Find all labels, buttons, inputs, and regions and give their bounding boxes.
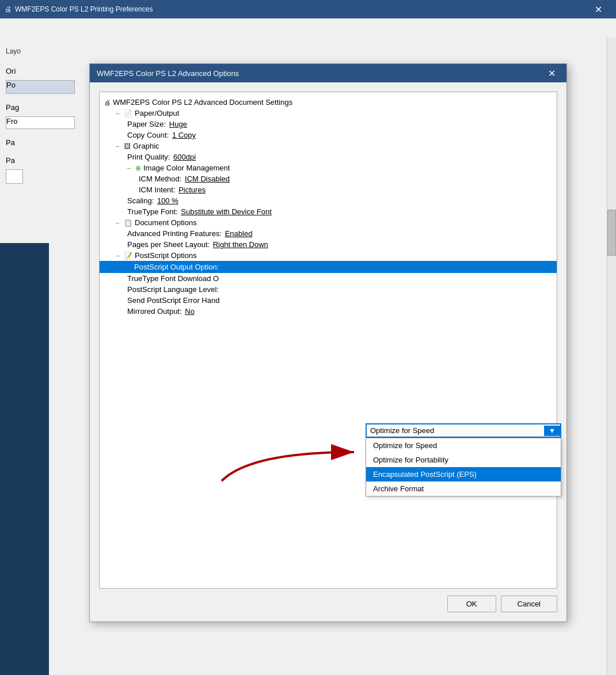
dialog-title-bar: WMF2EPS Color PS L2 Advanced Options ✕	[90, 64, 566, 82]
paper-icon: 📄	[124, 109, 132, 117]
ps-icon: 📝	[124, 252, 132, 260]
tree-root-label: WMF2EPS Color PS L2 Advanced Document Se…	[113, 98, 292, 107]
bg-scrollbar-thumb[interactable]	[607, 210, 616, 256]
printer-tree-icon: 🖨	[104, 99, 111, 106]
dropdown-option-optimize-speed[interactable]: Optimize for Speed	[366, 438, 561, 453]
bg-fro-input[interactable]: Fro	[6, 116, 75, 129]
bg-dark-panel	[0, 243, 49, 675]
settings-tree[interactable]: 🖨 WMF2EPS Color PS L2 Advanced Document …	[99, 92, 557, 589]
icm-label: Image Color Management	[143, 164, 230, 172]
dropdown-option-archive[interactable]: Archive Format	[366, 481, 561, 496]
dropdown-arrow-icon[interactable]: ▼	[544, 426, 560, 436]
collapse-icon-ps: ─	[116, 253, 121, 259]
dropdown-list: Optimize for Speed Optimize for Portabil…	[366, 438, 561, 496]
graphic-label: Graphic	[133, 142, 159, 150]
bg-title-bar: 🖨 WMF2EPS Color PS L2 Printing Preferenc…	[0, 0, 616, 18]
tree-ps-lang-level: PostScript Language Level:	[104, 284, 552, 295]
bg-checkbox[interactable]	[6, 169, 23, 184]
tree-ps-output-option[interactable]: PostScript Output Option:	[100, 261, 557, 273]
collapse-icon-graphic: ─	[116, 143, 121, 149]
doc-icon: 📋	[124, 219, 132, 227]
tree-copy-count: Copy Count: 1 Copy	[104, 130, 552, 141]
bg-scrollbar[interactable]	[607, 37, 616, 675]
tree-root: 🖨 WMF2EPS Color PS L2 Advanced Document …	[104, 97, 552, 108]
dialog-close-button[interactable]: ✕	[543, 65, 560, 81]
dialog-title: WMF2EPS Color PS L2 Advanced Options	[97, 69, 543, 78]
bg-title-text: WMF2EPS Color PS L2 Printing Preferences	[15, 5, 153, 13]
dropdown-option-eps[interactable]: Encapsulated PostScript (EPS)	[366, 467, 561, 481]
dropdown-current-value: Optimize for Speed	[370, 426, 541, 435]
postscript-options-label: PostScript Options	[135, 251, 197, 260]
cancel-button[interactable]: Cancel	[501, 596, 557, 612]
dropdown-option-optimize-portability[interactable]: Optimize for Portability	[366, 453, 561, 467]
paper-output-label: Paper/Output	[135, 109, 179, 117]
bg-layout-label: Layo	[6, 47, 98, 55]
ok-button[interactable]: OK	[447, 596, 496, 612]
bg-pa-label1: Pa	[6, 138, 98, 147]
tree-document-options[interactable]: ─ 📋 Document Options	[104, 217, 552, 228]
tree-ps-error-handler: Send PostScript Error Hand	[104, 295, 552, 306]
tree-truetype-download: TrueType Font Download O	[104, 273, 552, 284]
bg-close-button[interactable]: ✕	[585, 0, 611, 18]
bg-pa-label2: Pa	[6, 156, 98, 165]
tree-mirrored-output: Mirrored Output: No	[104, 306, 552, 317]
dialog-body: 🖨 WMF2EPS Color PS L2 Advanced Document …	[90, 82, 566, 621]
tree-truetype-font: TrueType Font: Substitute with Device Fo…	[104, 206, 552, 217]
advanced-options-dialog: WMF2EPS Color PS L2 Advanced Options ✕ 🖨…	[89, 63, 567, 622]
postscript-dropdown-container: Optimize for Speed ▼ Optimize for Speed …	[366, 423, 561, 438]
tree-paper-size: Paper Size: Huge	[104, 119, 552, 130]
tree-icm[interactable]: ─ ⊕ Image Color Management	[104, 162, 552, 173]
icm-icon: ⊕	[135, 164, 141, 172]
graphic-icon: 🖼	[124, 142, 131, 150]
postscript-output-dropdown[interactable]: Optimize for Speed ▼	[366, 423, 561, 438]
document-options-label: Document Options	[135, 218, 197, 227]
tree-icm-method: ICM Method: ICM Disabled	[104, 173, 552, 184]
printer-icon: 🖨	[5, 5, 12, 13]
tree-graphic[interactable]: ─ 🖼 Graphic	[104, 141, 552, 151]
bg-po-dropdown[interactable]: Po	[6, 80, 75, 94]
tree-paper-output[interactable]: ─ 📄 Paper/Output	[104, 108, 552, 119]
tree-icm-intent: ICM Intent: Pictures	[104, 184, 552, 195]
tree-pages-per-sheet: Pages per Sheet Layout: Right then Down	[104, 239, 552, 250]
bg-ori-label: Ori	[6, 67, 98, 75]
tree-print-quality: Print Quality: 600dpi	[104, 151, 552, 162]
dialog-footer: OK Cancel	[99, 589, 557, 612]
collapse-icon-doc: ─	[116, 220, 121, 226]
bg-page-label: Pag	[6, 103, 98, 112]
collapse-icon-icm: ─	[127, 165, 133, 171]
collapse-icon-paper: ─	[116, 111, 121, 116]
tree-postscript-options[interactable]: ─ 📝 PostScript Options	[104, 250, 552, 261]
bg-left-panel: Layo Ori Po Pag Fro Pa Pa	[6, 47, 98, 184]
tree-adv-print-features: Advanced Printing Features: Enabled	[104, 228, 552, 239]
tree-scaling: Scaling: 100 %	[104, 195, 552, 206]
